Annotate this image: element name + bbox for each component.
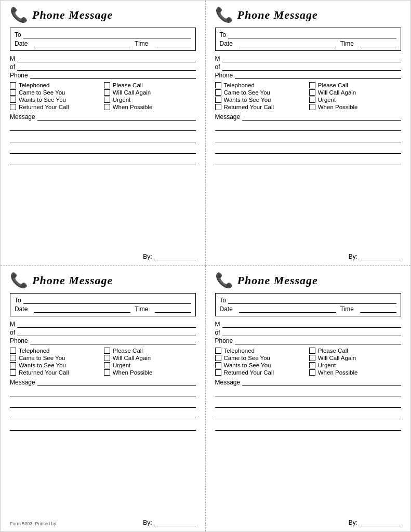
m-label-1: M: [10, 55, 15, 62]
to-label-3: To: [15, 297, 21, 304]
card-1-title: Phone Message: [32, 8, 113, 22]
checkbox-whenpossible-4[interactable]: [309, 369, 315, 376]
card-3-message-section: Message: [10, 379, 196, 517]
m-underline-2: [222, 55, 402, 62]
message-underline-4: [242, 379, 401, 386]
checkbox-urgent-2[interactable]: [309, 97, 315, 103]
checkbox-telephoned-4[interactable]: [215, 348, 221, 354]
message-line4-1: [10, 144, 196, 154]
checkbox-willcallagain-1[interactable]: [104, 89, 110, 96]
message-line3-3: [10, 398, 196, 408]
check-label-returnedcall-2: Returned Your Call: [224, 104, 274, 110]
by-label-2: By:: [349, 253, 357, 260]
to-field-2: To: [220, 31, 397, 38]
checkbox-cametoseeyou-1[interactable]: [10, 89, 16, 96]
check-returnedcall-2: Returned Your Call: [215, 104, 307, 110]
m-field-2: M: [215, 55, 402, 62]
checkbox-wantstoseeyou-2[interactable]: [215, 97, 221, 103]
card-2-header: 📞 Phone Message: [215, 8, 402, 22]
card-1-checkboxes: Telephoned Please Call Came to See You W…: [10, 82, 196, 110]
message-line2-1: [10, 122, 196, 131]
card-4-box: To Date Time: [215, 293, 402, 316]
check-label-willcallagain-1: Will Call Again: [113, 89, 151, 96]
to-label-2: To: [220, 31, 227, 38]
check-whenpossible-2: When Possible: [309, 104, 401, 110]
phone-underline-1: [30, 72, 196, 79]
checkbox-whenpossible-3[interactable]: [104, 369, 110, 376]
check-pleasecall-3: Please Call: [104, 348, 196, 354]
checkbox-cametoseeyou-2[interactable]: [215, 89, 221, 96]
message-line2-3: [10, 387, 196, 396]
m-field-4: M: [215, 321, 402, 328]
card-2-fields: M of Phone: [215, 55, 402, 80]
checkbox-returnedcall-1[interactable]: [10, 104, 16, 110]
check-label-wantstoseeyou-4: Wants to See You: [224, 362, 271, 368]
check-label-returnedcall-1: Returned Your Call: [19, 104, 69, 110]
of-underline-3: [17, 329, 195, 336]
checkbox-urgent-4[interactable]: [309, 362, 315, 368]
checkbox-whenpossible-2[interactable]: [309, 104, 315, 110]
phone-label-3: Phone: [10, 337, 28, 344]
checkbox-pleasecall-2[interactable]: [309, 82, 315, 88]
checkbox-pleasecall-4[interactable]: [309, 348, 315, 354]
date-label-4: Date: [220, 305, 233, 313]
checkbox-telephoned-2[interactable]: [215, 82, 221, 88]
by-line-1: By:: [10, 253, 196, 260]
checkbox-pleasecall-3[interactable]: [104, 348, 110, 354]
check-label-urgent-2: Urgent: [318, 97, 336, 103]
check-willcallagain-4: Will Call Again: [309, 355, 401, 361]
checkbox-returnedcall-2[interactable]: [215, 104, 221, 110]
checkbox-returnedcall-3[interactable]: [10, 369, 16, 376]
time-label-1: Time: [135, 40, 148, 47]
check-urgent-2: Urgent: [309, 97, 401, 103]
check-label-wantstoseeyou-1: Wants to See You: [19, 97, 66, 103]
check-label-urgent-1: Urgent: [113, 97, 131, 103]
of-field-4: of: [215, 329, 402, 336]
checkbox-wantstoseeyou-3[interactable]: [10, 362, 16, 368]
checkbox-whenpossible-1[interactable]: [104, 104, 110, 110]
checkbox-cametoseeyou-3[interactable]: [10, 355, 16, 361]
checkbox-willcallagain-4[interactable]: [309, 355, 315, 361]
by-underline-2: [360, 253, 401, 260]
checkbox-pleasecall-1[interactable]: [104, 82, 110, 88]
checkbox-urgent-3[interactable]: [104, 362, 110, 368]
date-time-row-4: Date Time: [220, 305, 397, 313]
card-1: 📞 Phone Message To Date Time M of: [1, 1, 206, 266]
phone-field-4: Phone: [215, 337, 402, 344]
phone-icon-4: 📞: [215, 273, 233, 288]
by-underline-1: [154, 253, 196, 260]
check-label-cametoseeyou-4: Came to See You: [224, 355, 271, 361]
message-first-line-4: Message: [215, 379, 402, 386]
card-3-title: Phone Message: [32, 274, 113, 287]
checkbox-telephoned-3[interactable]: [10, 348, 16, 354]
checkbox-willcallagain-3[interactable]: [104, 355, 110, 361]
of-label-1: of: [10, 63, 15, 71]
phone-icon-1: 📞: [10, 8, 28, 22]
message-line5-1: [10, 156, 196, 165]
check-label-telephoned-2: Telephoned: [224, 82, 255, 88]
card-1-box: To Date Time: [10, 28, 196, 51]
phone-underline-3: [30, 337, 196, 344]
message-first-line-3: Message: [10, 379, 196, 386]
by-underline-3: [154, 519, 196, 526]
checkbox-urgent-1[interactable]: [104, 97, 110, 103]
checkbox-telephoned-1[interactable]: [10, 82, 16, 88]
checkbox-wantstoseeyou-1[interactable]: [10, 97, 16, 103]
checkbox-returnedcall-4[interactable]: [215, 369, 221, 376]
m-field-3: M: [10, 321, 196, 328]
check-wantstoseeyou-2: Wants to See You: [215, 97, 307, 103]
by-label-1: By:: [143, 253, 152, 260]
check-pleasecall-2: Please Call: [309, 82, 401, 88]
card-3-checkboxes: Telephoned Please Call Came to See You W…: [10, 348, 196, 376]
message-label-3: Message: [10, 379, 35, 386]
checkbox-cametoseeyou-4[interactable]: [215, 355, 221, 361]
check-label-willcallagain-3: Will Call Again: [113, 355, 151, 361]
check-cametoseeyou-1: Came to See You: [10, 89, 102, 96]
date-time-row-1: Date Time: [15, 40, 191, 47]
phone-field-1: Phone: [10, 72, 196, 79]
phone-field-2: Phone: [215, 72, 402, 79]
m-label-3: M: [10, 321, 15, 328]
checkbox-willcallagain-2[interactable]: [309, 89, 315, 96]
checkbox-wantstoseeyou-4[interactable]: [215, 362, 221, 368]
m-underline-3: [17, 321, 196, 328]
